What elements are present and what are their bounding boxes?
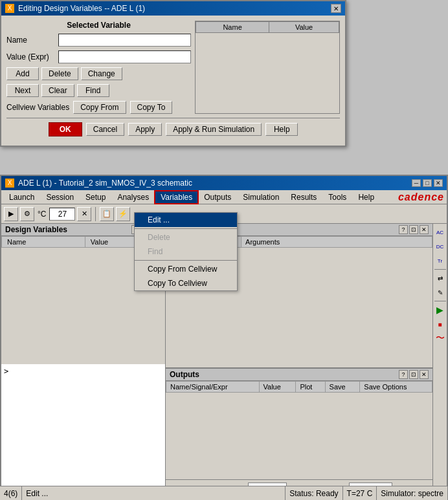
right-sidebar: AC DC Tr ⇄ ✎ ▶ ■ 〜: [432, 224, 447, 497]
delete-button[interactable]: Delete: [41, 67, 78, 80]
menu-tools[interactable]: Tools: [323, 191, 352, 203]
dialog-titlebar-left: X Editing Design Variables -- ADE L (1): [5, 4, 145, 13]
outputs-section: Outputs ? ⊡ ✕ Name/Signal/Expr Value: [166, 368, 432, 497]
value-row: Value (Expr): [6, 50, 191, 63]
outputs-table: Name/Signal/Expr Value Plot Save Save Op…: [166, 381, 432, 393]
toolbar-btn-4[interactable]: 📋: [100, 207, 114, 221]
outputs-detach-btn[interactable]: ⊡: [409, 370, 418, 379]
name-input[interactable]: [58, 34, 191, 47]
context-menu: Edit ... Delete Find Copy From Cellview …: [134, 212, 238, 291]
help-button[interactable]: Help: [265, 123, 298, 136]
analyses-detach-btn[interactable]: ⊡: [409, 225, 418, 234]
status-edit-text: Edit ...: [26, 489, 48, 498]
find-button[interactable]: Find: [77, 84, 109, 97]
cellview-row: Cellview Variables Copy From Copy To: [6, 101, 191, 114]
menu-analyses[interactable]: Analyses: [112, 191, 154, 203]
outputs-close-btn[interactable]: ✕: [420, 370, 429, 379]
minimize-button[interactable]: ─: [412, 179, 421, 187]
close-main-button[interactable]: ✕: [434, 179, 443, 187]
status-ready-text: Status: Ready: [289, 489, 338, 498]
apply-button[interactable]: Apply: [128, 123, 162, 136]
menu-bar: Launch Session Setup Analyses Variables …: [1, 190, 447, 204]
ok-button[interactable]: OK: [49, 122, 82, 136]
context-sep-1: [135, 228, 237, 229]
temp-input[interactable]: [49, 208, 75, 221]
button-row-1: Add Delete Change: [6, 67, 191, 80]
status-temp-text: T=27 C: [347, 489, 373, 498]
analyses-icons: ? ⊡ ✕: [399, 225, 429, 234]
menu-outputs[interactable]: Outputs: [199, 191, 236, 203]
context-copy-from[interactable]: Copy From Cellview: [135, 262, 237, 276]
maximize-button[interactable]: □: [423, 179, 432, 187]
sidebar-trans-icon[interactable]: Tr: [434, 255, 446, 266]
cellview-label: Cellview Variables: [6, 103, 69, 112]
context-sep-2: [135, 260, 237, 261]
menu-variables[interactable]: Variables: [155, 191, 197, 203]
dv-empty-row: [196, 33, 339, 111]
analyses-close-btn[interactable]: ✕: [420, 225, 429, 234]
next-button[interactable]: Next: [6, 84, 39, 97]
clear-button[interactable]: Clear: [41, 84, 74, 97]
status-page-text: 4(6): [4, 489, 17, 498]
copy-to-button[interactable]: Copy To: [130, 101, 173, 114]
value-input[interactable]: [58, 50, 191, 63]
sidebar-ac-icon[interactable]: AC: [434, 226, 446, 238]
dialog-body: Selected Variable Name Value (Expr) Add …: [1, 16, 345, 146]
outputs-content: Name/Signal/Expr Value Plot Save Save Op…: [166, 381, 432, 479]
design-variables-table: Name Value: [196, 21, 339, 111]
menu-results[interactable]: Results: [286, 191, 322, 203]
out-col-value: Value: [259, 382, 296, 393]
dialog-two-col: Selected Variable Name Value (Expr) Add …: [6, 21, 340, 114]
context-delete: Delete: [135, 230, 237, 245]
menu-simulation[interactable]: Simulation: [238, 191, 284, 203]
menu-session[interactable]: Session: [41, 191, 79, 203]
sidebar-arrow-icon[interactable]: ⇄: [434, 272, 446, 284]
cancel-button[interactable]: Cancel: [86, 123, 124, 136]
edit-design-variables-dialog: X Editing Design Variables -- ADE L (1) …: [0, 0, 346, 147]
toolbar-separator: [95, 207, 96, 221]
dv-main-col-name: Name: [2, 237, 85, 248]
selected-variable-title: Selected Variable: [6, 21, 191, 30]
context-edit[interactable]: Edit ...: [135, 213, 237, 227]
outputs-help-btn[interactable]: ?: [399, 370, 408, 379]
analyses-col-args: Arguments: [241, 237, 432, 248]
status-simulator-text: Simulator: spectre: [381, 489, 443, 498]
toolbar-btn-3[interactable]: ✕: [77, 207, 91, 221]
dialog-left-panel: Selected Variable Name Value (Expr) Add …: [6, 21, 191, 114]
toolbar-btn-1[interactable]: ▶: [4, 207, 18, 221]
dv-panel-title: Design Variables: [5, 225, 67, 234]
out-col-name: Name/Signal/Expr: [166, 382, 260, 393]
add-button[interactable]: Add: [6, 67, 39, 80]
main-titlebar: X ADE L (1) - Tutorial_2 sim_NMOS_IV_3 s…: [1, 176, 447, 190]
outputs-icons: ? ⊡ ✕: [399, 370, 429, 379]
design-variables-panel: Name Value: [195, 21, 340, 114]
main-titlebar-controls: ─ □ ✕: [412, 179, 443, 187]
console-prompt: >: [4, 367, 8, 376]
menu-setup[interactable]: Setup: [80, 191, 111, 203]
menu-launch[interactable]: Launch: [4, 191, 39, 203]
temp-label: °C: [38, 210, 46, 219]
sidebar-stop-icon[interactable]: ■: [434, 318, 446, 330]
apply-run-button[interactable]: Apply & Run Simulation: [166, 123, 262, 136]
change-button[interactable]: Change: [81, 67, 122, 80]
toolbar-btn-5[interactable]: ⚡: [116, 207, 130, 221]
name-label: Name: [6, 36, 58, 45]
context-find: Find: [135, 245, 237, 259]
sidebar-wave-icon[interactable]: 〜: [434, 332, 446, 344]
name-row: Name: [6, 34, 191, 47]
copy-from-button[interactable]: Copy From: [73, 101, 126, 114]
dialog-close-button[interactable]: ✕: [331, 4, 341, 13]
value-label: Value (Expr): [6, 52, 58, 61]
sidebar-run-icon[interactable]: ▶: [434, 304, 446, 316]
dv-col-value: Value: [269, 22, 339, 33]
dialog-actions: OK Cancel Apply Apply & Run Simulation H…: [6, 118, 340, 140]
toolbar-btn-2[interactable]: ⚙: [20, 207, 34, 221]
sidebar-dc-icon[interactable]: DC: [434, 241, 446, 252]
context-copy-to[interactable]: Copy To Cellview: [135, 276, 237, 290]
analyses-help-btn[interactable]: ?: [399, 225, 408, 234]
out-col-save-options: Save Options: [360, 382, 432, 393]
button-row-2: Next Clear Find: [6, 84, 191, 97]
sidebar-edit-icon[interactable]: ✎: [434, 287, 446, 298]
dialog-titlebar: X Editing Design Variables -- ADE L (1) …: [1, 1, 345, 16]
menu-help[interactable]: Help: [353, 191, 379, 203]
